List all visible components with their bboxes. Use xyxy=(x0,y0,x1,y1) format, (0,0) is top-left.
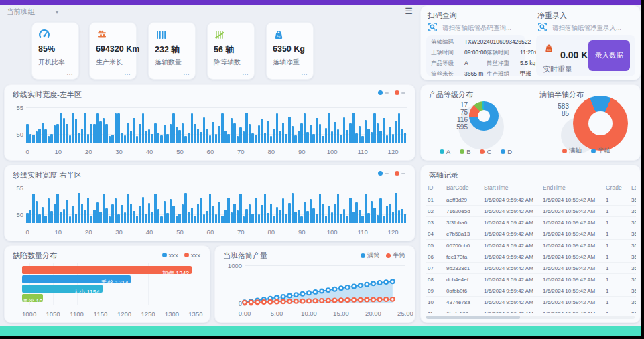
bar xyxy=(142,197,145,223)
hbar-label: 毛丝 1214 xyxy=(101,279,131,283)
bar xyxy=(401,209,403,223)
bar xyxy=(292,126,294,143)
y-tick-label: 50 xyxy=(11,131,23,138)
bar xyxy=(176,216,178,223)
bar xyxy=(42,123,44,143)
table-cell: 1 xyxy=(604,274,630,285)
table-cell: 3600 xyxy=(630,251,636,263)
bar xyxy=(227,198,230,223)
bar xyxy=(212,206,214,223)
bar xyxy=(312,134,315,143)
data-point xyxy=(371,298,375,302)
table-cell: 3600 xyxy=(630,285,636,297)
bar xyxy=(337,129,340,143)
kpi-label: 生产米长 xyxy=(96,58,123,67)
submit-data-button[interactable]: 录入数据 xyxy=(588,40,630,71)
legend-item[interactable]: xxx xyxy=(184,251,200,259)
team-select[interactable]: 当前班组 ▾ xyxy=(7,7,80,21)
bar xyxy=(227,134,230,143)
table-cell: 01 xyxy=(426,194,445,206)
x-tick-label: 1150 xyxy=(94,310,107,318)
bar xyxy=(121,133,123,143)
legend-dot xyxy=(162,253,167,257)
data-point xyxy=(287,294,292,298)
defect-distribution-panel: 缺陷数量分布 xxxxxx 10001050110011501200125013… xyxy=(4,245,210,323)
bar xyxy=(115,198,117,223)
x-tick-label: 1100 xyxy=(70,310,83,318)
kpi-more-button[interactable]: … xyxy=(183,69,190,76)
bar xyxy=(300,216,303,223)
legend-item[interactable]: A xyxy=(440,148,450,155)
table-cell: 05 xyxy=(426,240,445,251)
bar xyxy=(218,126,220,143)
kpi-more-button[interactable]: … xyxy=(124,69,131,76)
legend-item[interactable] xyxy=(378,90,389,95)
table-cell: 1/6/2024 9:59:42 AM xyxy=(482,297,541,308)
donut-value: 116 xyxy=(445,116,468,123)
bar xyxy=(44,216,47,223)
kpi-value: 694320 Km xyxy=(96,44,139,54)
x-tick-label: 40 xyxy=(146,148,153,155)
table-cell: 71620e5d xyxy=(445,206,482,217)
legend-item[interactable] xyxy=(378,171,389,176)
legend-item[interactable]: 满筒 xyxy=(361,251,380,260)
table-row: 04c7b58a131/6/2024 9:59:42 AM1/6/2024 10… xyxy=(426,228,636,240)
legend-label: xxx xyxy=(191,251,200,259)
legend-item[interactable]: C xyxy=(480,148,491,155)
kpi-more-button[interactable]: … xyxy=(242,69,249,76)
bar xyxy=(294,135,297,143)
table-cell: aeff3d29 xyxy=(445,194,482,206)
data-point xyxy=(333,299,337,303)
legend-item[interactable]: D xyxy=(501,148,512,155)
bar xyxy=(331,131,334,143)
table-row: 033f3fbba61/6/2024 9:59:42 AM1/6/2024 10… xyxy=(426,217,636,228)
table-title: 落轴记录 xyxy=(429,170,458,180)
table-cell: 11 xyxy=(426,308,445,314)
bar xyxy=(349,198,352,223)
data-point xyxy=(326,288,330,292)
donut-hole xyxy=(478,110,490,122)
bar xyxy=(188,133,190,143)
kpi-more-button[interactable]: … xyxy=(66,69,74,76)
bar xyxy=(127,194,129,223)
kpi-more-button[interactable]: … xyxy=(301,69,308,76)
legend-item[interactable]: 满轴 xyxy=(562,147,582,155)
data-point xyxy=(320,289,324,293)
table-row: 08dcb4e4ef1/6/2024 9:59:42 AM1/6/2024 10… xyxy=(426,274,636,285)
bar xyxy=(26,124,29,143)
bar xyxy=(231,212,233,223)
legend-dot xyxy=(501,149,505,154)
table-cell: dcb4e4ef xyxy=(445,274,482,285)
x-tick-label: 70 xyxy=(237,148,245,155)
bar xyxy=(233,123,236,143)
bar xyxy=(145,214,147,224)
bar xyxy=(136,136,139,143)
scrollbar-thumb[interactable] xyxy=(426,316,520,319)
legend-item[interactable]: B xyxy=(460,148,470,155)
bar xyxy=(69,135,72,143)
bar xyxy=(142,113,145,143)
bar xyxy=(273,216,275,223)
legend-item[interactable] xyxy=(395,171,405,176)
bar xyxy=(267,121,269,143)
legend-item[interactable]: xxx xyxy=(162,251,178,259)
bar xyxy=(261,119,263,143)
legend-item[interactable] xyxy=(395,90,405,95)
bar xyxy=(32,135,35,143)
weight-entry-title: 净重录入 xyxy=(537,11,567,21)
legend-dot xyxy=(440,149,444,154)
menu-icon[interactable]: ☰ xyxy=(403,6,414,17)
data-point xyxy=(365,298,369,302)
bar xyxy=(282,123,285,143)
legend-dot xyxy=(460,149,464,154)
weight-entry-input[interactable]: 请扫落轴纸管净重录入... xyxy=(537,22,621,35)
info-label: 筒丝米长 xyxy=(431,70,464,78)
bar xyxy=(371,132,373,143)
bar xyxy=(251,214,254,223)
bar xyxy=(224,131,227,143)
legend-item[interactable]: 半轴 xyxy=(591,147,610,155)
legend-item[interactable]: 半筒 xyxy=(386,251,405,260)
info-value: TXW20240106093426522 xyxy=(464,38,542,46)
scan-query-input[interactable]: 请扫落轴纸管条码查询... xyxy=(428,22,511,35)
horizontal-scrollbar[interactable] xyxy=(426,316,635,319)
